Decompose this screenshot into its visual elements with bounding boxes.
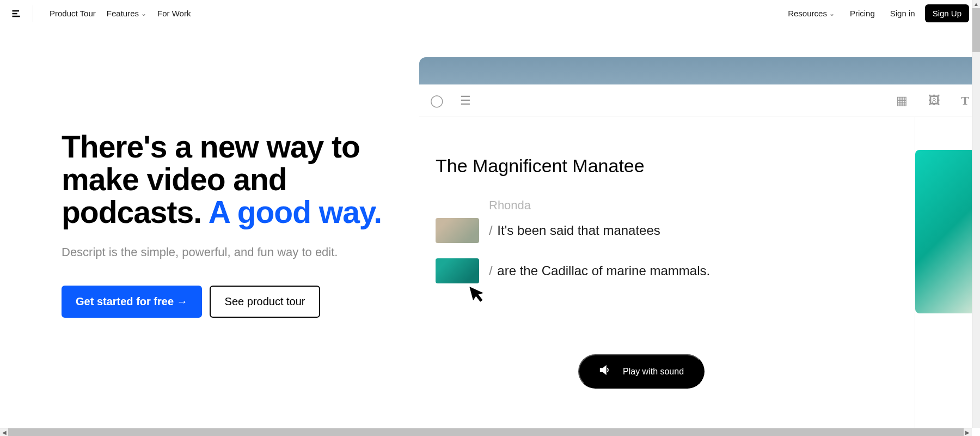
svg-marker-3: [601, 366, 606, 374]
sign-up-button[interactable]: Sign Up: [925, 4, 969, 22]
nav-sign-in[interactable]: Sign in: [885, 5, 921, 21]
top-navbar: Product Tour Features ⌄ For Work Resourc…: [0, 0, 980, 27]
play-with-sound-button[interactable]: Play with sound: [578, 354, 705, 389]
nav-for-work[interactable]: For Work: [152, 5, 196, 21]
clip-thumbnail-2[interactable]: [436, 258, 479, 283]
play-with-sound-label: Play with sound: [623, 367, 684, 377]
circle-outline-icon[interactable]: ◯: [430, 94, 444, 108]
transcript-line-1[interactable]: / It's been said that manatees: [436, 218, 898, 243]
menu-icon[interactable]: ☰: [460, 94, 471, 108]
nav-left-group: Product Tour Features ⌄ For Work: [11, 5, 196, 22]
scroll-left-arrow-icon[interactable]: ◀: [2, 429, 7, 435]
media-panel: [915, 117, 980, 436]
toolbar-right: ▦ 🖼 T: [896, 94, 969, 108]
nav-features-label: Features: [107, 9, 139, 18]
scroll-right-arrow-icon[interactable]: ▶: [965, 429, 970, 435]
hero-cta-row: Get started for free → See product tour: [62, 286, 414, 318]
preview-toolbar: ◯ ☰ ▦ 🖼 T: [419, 84, 980, 117]
nav-features[interactable]: Features ⌄: [101, 5, 152, 21]
document-title: The Magnificent Manatee: [436, 155, 898, 177]
text-icon[interactable]: T: [961, 94, 969, 108]
media-preview-image: [915, 150, 980, 313]
chevron-down-icon: ⌄: [141, 10, 146, 17]
preview-body: The Magnificent Manatee Rhonda / It's be…: [419, 117, 980, 436]
hero-headline-accent: A good way.: [209, 195, 382, 229]
transcript-line-2[interactable]: / are the Cadillac of marine mammals.: [436, 258, 898, 283]
cursor-arrow-icon: [468, 282, 490, 309]
hero-copy: There's a new way to make video and podc…: [0, 27, 414, 436]
brand-logo[interactable]: [11, 8, 22, 19]
nav-pricing[interactable]: Pricing: [844, 5, 880, 21]
speaker-icon: [599, 364, 611, 379]
product-tour-button[interactable]: See product tour: [210, 286, 321, 318]
speaker-label: Rhonda: [489, 198, 898, 213]
transcript-segment-2: are the Cadillac of marine mammals.: [497, 263, 710, 278]
nav-right-group: Resources ⌄ Pricing Sign in Sign Up: [782, 4, 969, 22]
transcript-text-1: / It's been said that manatees: [489, 223, 660, 238]
get-started-button[interactable]: Get started for free →: [62, 286, 202, 318]
scroll-up-arrow-icon[interactable]: ▲: [972, 0, 980, 8]
nav-product-tour[interactable]: Product Tour: [44, 5, 101, 21]
transcript-segment-1: It's been said that manatees: [497, 223, 660, 238]
vertical-scrollbar[interactable]: ▲: [972, 0, 980, 428]
hero-subheading: Descript is the simple, powerful, and fu…: [62, 245, 414, 259]
horizontal-scrollbar[interactable]: ◀ ▶: [0, 428, 972, 436]
toolbar-left: ◯ ☰: [430, 94, 471, 108]
preview-video-strip: [419, 57, 980, 84]
horizontal-scroll-thumb[interactable]: [8, 428, 964, 436]
clip-thumbnail-1[interactable]: [436, 218, 479, 243]
nav-resources[interactable]: Resources ⌄: [782, 5, 840, 21]
hero-section: There's a new way to make video and podc…: [0, 27, 980, 436]
grid-icon[interactable]: ▦: [896, 94, 908, 108]
chevron-down-icon: ⌄: [829, 10, 835, 17]
nav-divider: [33, 5, 33, 22]
image-icon[interactable]: 🖼: [928, 94, 940, 108]
nav-resources-label: Resources: [788, 9, 827, 18]
hero-headline: There's a new way to make video and podc…: [62, 131, 414, 229]
transcript-text-2: / are the Cadillac of marine mammals.: [489, 263, 710, 278]
vertical-scroll-thumb[interactable]: [972, 8, 980, 52]
